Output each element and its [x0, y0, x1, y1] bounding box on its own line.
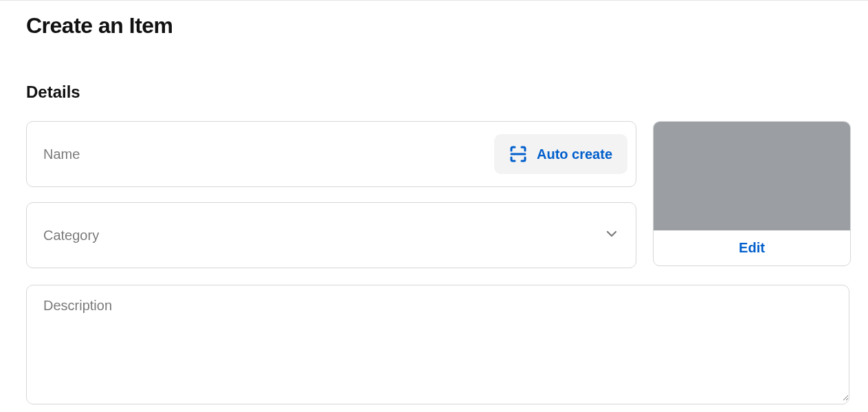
category-select[interactable]: Category [26, 202, 636, 268]
details-section-title: Details [26, 83, 842, 102]
auto-create-button[interactable]: Auto create [494, 134, 627, 174]
category-placeholder: Category [43, 228, 99, 243]
page-title: Create an Item [26, 13, 842, 39]
image-preview [654, 122, 850, 230]
chevron-down-icon [604, 226, 619, 244]
name-field-container: Auto create [26, 121, 636, 187]
image-edit-button[interactable]: Edit [654, 230, 850, 265]
image-card: Edit [653, 121, 851, 266]
description-field-container [26, 285, 849, 404]
auto-create-label: Auto create [537, 147, 612, 162]
description-textarea[interactable] [27, 285, 849, 401]
name-input[interactable] [43, 122, 494, 186]
scan-icon [509, 145, 527, 163]
